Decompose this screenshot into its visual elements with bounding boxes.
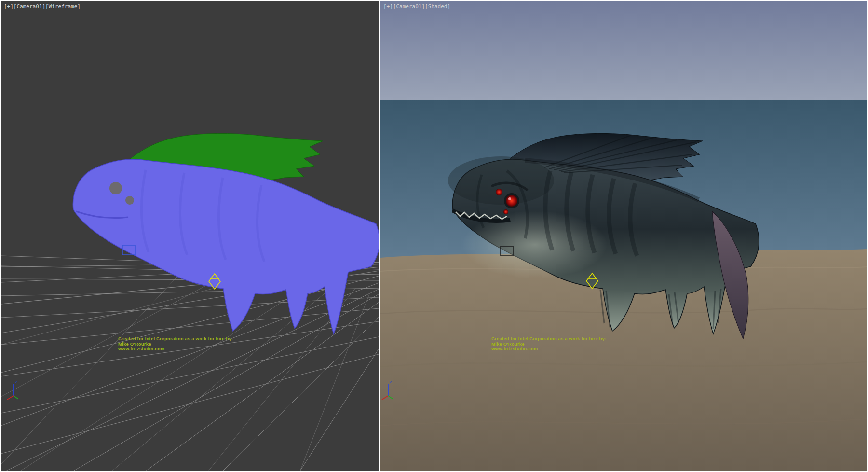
fish-eye-tiny: [503, 209, 508, 214]
watermark-line1: Created for Intel Corporation as a work …: [491, 336, 606, 342]
watermark-line3: www.fritzstudio.com: [491, 347, 606, 352]
fish-model-wireframe[interactable]: [73, 133, 379, 334]
watermark-line3: www.fritzstudio.com: [118, 347, 233, 352]
fish-eye-spot: [109, 182, 122, 194]
fish-eye-large: [506, 195, 517, 207]
viewport-shaded: [+][Camera01][Shaded] Created for Intel …: [380, 1, 867, 471]
viewport-label: [+][Camera01][Wireframe]: [4, 3, 81, 10]
watermark-line1: Created for Intel Corporation as a work …: [118, 336, 233, 342]
scene-watermark: Created for Intel Corporation as a work …: [491, 336, 606, 352]
viewport-canvas-shaded[interactable]: [380, 1, 867, 471]
sky: [380, 1, 867, 101]
viewport-menu-pov[interactable]: [Camera01]: [14, 3, 45, 10]
viewport-menu-pov[interactable]: [Camera01]: [393, 3, 425, 10]
world-axis-tripod: [7, 379, 18, 400]
viewport-menu-general[interactable]: [+]: [383, 3, 393, 10]
viewport-menu-shading[interactable]: [Wireframe]: [45, 3, 81, 10]
dual-viewport-window: z: [0, 0, 868, 472]
fish-eye-small: [496, 189, 502, 195]
viewport-menu-general[interactable]: [+]: [4, 3, 14, 10]
viewport-canvas-wireframe[interactable]: z: [1, 1, 379, 471]
fish-eye-spot: [125, 196, 134, 205]
viewport-label: [+][Camera01][Shaded]: [383, 3, 450, 10]
scene-watermark: Created for Intel Corporation as a work …: [118, 336, 233, 352]
viewport-wireframe: z: [1, 1, 379, 471]
viewport-menu-shading[interactable]: [Shaded]: [425, 3, 450, 10]
